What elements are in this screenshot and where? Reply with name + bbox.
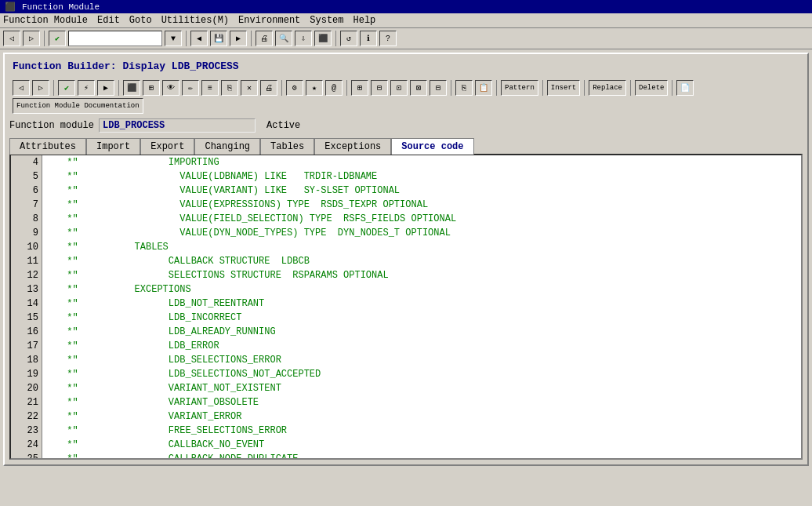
- table-row: 7 *" VALUE(EXPRESSIONS) TYPE RSDS_TEXPR …: [11, 198, 801, 212]
- toolbar2-btn2[interactable]: ⊟: [371, 80, 388, 96]
- main-window: Function Builder: Display LDB_PROCESS ◁ …: [3, 53, 809, 466]
- sep10: [496, 80, 497, 96]
- line-number: 18: [11, 353, 42, 367]
- paste-btn[interactable]: 📋: [475, 80, 492, 96]
- table-row: 22 *" VARIANT_ERROR: [11, 410, 801, 424]
- code-content: *" CALLBACK STRUCTURE LDBCB: [55, 254, 310, 268]
- line-number: 15: [11, 311, 42, 325]
- pattern-btn[interactable]: Pattern: [501, 80, 538, 96]
- sep14: [672, 80, 672, 96]
- copy-btn[interactable]: ⎘: [221, 80, 238, 96]
- table-row: 5 *" VALUE(LDBNAME) LIKE TRDIR-LDBNAME: [11, 169, 801, 184]
- table-row: 4 *" IMPORTING: [11, 155, 801, 169]
- tab-import[interactable]: Import: [86, 138, 140, 155]
- replace-btn[interactable]: Replace: [589, 80, 626, 96]
- toolbar2-btn4[interactable]: ⊠: [410, 80, 427, 96]
- tab-export[interactable]: Export: [140, 138, 194, 155]
- layout-btn[interactable]: ⬛: [123, 80, 140, 96]
- code-content: *" VALUE(LDBNAME) LIKE TRDIR-LDBNAME: [55, 169, 377, 184]
- sep13: [630, 80, 631, 96]
- toolbar2-btn3[interactable]: ⊡: [390, 80, 408, 96]
- title-bar-label: Function Module: [22, 2, 100, 12]
- green-check-btn[interactable]: ✔: [49, 31, 66, 46]
- print2-btn[interactable]: 🖨: [260, 80, 277, 96]
- fwd-inner-btn[interactable]: ▷: [32, 80, 49, 96]
- back-inner-btn[interactable]: ◁: [13, 80, 30, 96]
- sep11: [542, 80, 543, 96]
- line-number: 8: [11, 212, 42, 226]
- tabs: Attributes Import Export Changing Tables…: [9, 137, 803, 154]
- find-btn[interactable]: 🔍: [275, 31, 292, 46]
- table-row: 18 *" LDB_SELECTIONS_ERROR: [11, 353, 801, 367]
- line-number: 14: [11, 297, 42, 311]
- menu-utilities[interactable]: Utilities(M): [161, 15, 229, 26]
- help-btn[interactable]: ?: [379, 31, 397, 46]
- info-btn[interactable]: ℹ: [360, 31, 377, 46]
- copy2-btn[interactable]: ⎘: [455, 80, 473, 96]
- dropdown-btn[interactable]: ▼: [165, 31, 182, 46]
- command-field[interactable]: [68, 31, 162, 46]
- table-row: 24 *" CALLBACK_NO_EVENT: [11, 438, 801, 452]
- sep4: [335, 31, 336, 46]
- change-btn[interactable]: ✏: [182, 80, 199, 96]
- stop-btn[interactable]: ⬛: [314, 31, 332, 46]
- bookmark-btn[interactable]: ★: [306, 80, 323, 96]
- table-row: 23 *" FREE_SELECTIONS_ERROR: [11, 424, 801, 438]
- menu-system[interactable]: System: [310, 15, 343, 26]
- toolbar2-btn1[interactable]: ⊞: [351, 80, 368, 96]
- menu-environment[interactable]: Environment: [238, 15, 300, 26]
- test-btn[interactable]: ▶: [97, 80, 114, 96]
- tab-attributes[interactable]: Attributes: [9, 138, 86, 155]
- forward-btn[interactable]: ▷: [23, 31, 40, 46]
- code-content: *" TABLES: [55, 240, 169, 254]
- table-row: 9 *" VALUE(DYN_NODE_TYPES) TYPE DYN_NODE…: [11, 226, 801, 240]
- line-number: 20: [11, 381, 42, 395]
- settings-btn[interactable]: ⚙: [286, 80, 303, 96]
- doc-icon-btn[interactable]: 📄: [676, 80, 694, 96]
- save-btn[interactable]: 💾: [210, 31, 227, 46]
- toolbar2-btn5[interactable]: ⊟: [430, 80, 447, 96]
- table-row: 10 *" TABLES: [11, 240, 801, 254]
- global-toolbar: ◁ ▷ ✔ ▼ ◀ 💾 ▶ 🖨 🔍 ⇩ ⬛ ↺ ℹ ?: [0, 28, 812, 49]
- check-btn[interactable]: ✔: [58, 80, 75, 96]
- tab-source-code[interactable]: Source code: [391, 138, 473, 155]
- tab-exceptions[interactable]: Exceptions: [314, 138, 391, 155]
- code-area[interactable]: 4 *" IMPORTING5 *" VALUE(LDBNAME) LIKE T…: [9, 154, 803, 460]
- ref-btn[interactable]: @: [325, 80, 343, 96]
- menu-function-module[interactable]: Function Module: [3, 15, 88, 26]
- line-number: 24: [11, 438, 42, 452]
- menu-goto[interactable]: Goto: [129, 15, 152, 26]
- code-content: *" IMPORTING: [55, 155, 219, 169]
- sep6: [118, 80, 119, 96]
- fm-list-btn[interactable]: ≡: [201, 80, 219, 96]
- where-used-btn[interactable]: ⊞: [143, 80, 160, 96]
- find-next-btn[interactable]: ⇩: [295, 31, 312, 46]
- tab-changing[interactable]: Changing: [194, 138, 260, 155]
- line-number: 9: [11, 226, 42, 240]
- line-number: 23: [11, 424, 42, 438]
- title-bar: ⬛ Function Module: [0, 0, 812, 13]
- delete-inner-btn[interactable]: ✕: [241, 80, 258, 96]
- menu-help[interactable]: Help: [353, 15, 376, 26]
- fm-status: Active: [266, 120, 300, 131]
- code-content: *" SELECTIONS STRUCTURE RSPARAMS OPTIONA…: [55, 268, 389, 282]
- insert-btn[interactable]: Insert: [547, 80, 580, 96]
- activate-btn[interactable]: ⚡: [78, 80, 95, 96]
- display-btn[interactable]: 👁: [162, 80, 179, 96]
- doc-btn[interactable]: Function Module Documentation: [13, 98, 143, 114]
- nav-next-btn[interactable]: ▶: [230, 31, 247, 46]
- menu-edit[interactable]: Edit: [97, 15, 120, 26]
- delete-btn[interactable]: Delete: [635, 80, 668, 96]
- nav-prev-btn[interactable]: ◀: [190, 31, 208, 46]
- line-number: 4: [11, 155, 42, 169]
- line-number: 19: [11, 367, 42, 381]
- line-number: 13: [11, 282, 42, 297]
- refresh-btn[interactable]: ↺: [340, 31, 357, 46]
- line-number: 21: [11, 395, 42, 410]
- print-btn[interactable]: 🖨: [256, 31, 273, 46]
- back-btn[interactable]: ◁: [3, 31, 20, 46]
- tab-tables[interactable]: Tables: [260, 138, 314, 155]
- sep5: [53, 80, 54, 96]
- line-number: 7: [11, 198, 42, 212]
- code-content: *" VALUE(DYN_NODE_TYPES) TYPE DYN_NODES_…: [55, 226, 451, 240]
